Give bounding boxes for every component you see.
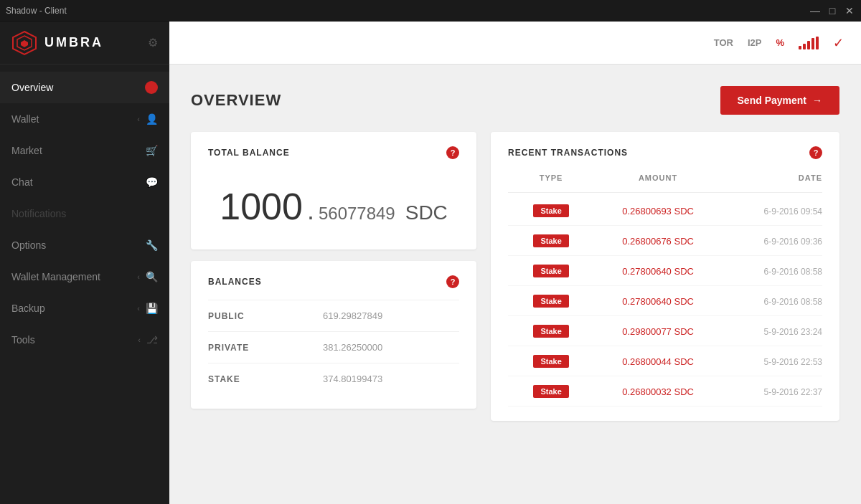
transactions-help-icon[interactable]: ?	[809, 146, 822, 159]
balances-help-icon[interactable]: ?	[446, 275, 459, 288]
transactions-card: RECENT TRANSACTIONS ? TYPE AMOUNT DATE	[491, 132, 839, 421]
transactions-card-header: RECENT TRANSACTIONS ?	[508, 146, 822, 159]
tx-amount-value: 0.26800032 SDC	[622, 386, 694, 397]
tor-indicator[interactable]: TOR	[714, 37, 733, 48]
public-value: 619.29827849	[323, 310, 382, 321]
table-row: Stake 0.26800676 SDC 6-9-2016 09:36	[508, 226, 822, 256]
tx-amount-cell: 0.29800077 SDC	[594, 325, 722, 338]
page-title: OVERVIEW	[191, 91, 281, 110]
tx-type-cell: Stake	[508, 354, 594, 368]
market-label: Market	[11, 145, 42, 156]
balance-card-header: TOTAL BALANCE ?	[208, 146, 459, 159]
balances-card-header: BALANCES ?	[208, 275, 459, 288]
tx-type-cell: Stake	[508, 264, 594, 277]
tx-type-cell: Stake	[508, 204, 594, 217]
balance-row-stake: STAKE 374.80199473	[208, 363, 459, 394]
date-col-label: DATE	[799, 173, 822, 182]
tx-amount-cell: 0.26800693 SDC	[594, 204, 722, 217]
cards-row: TOTAL BALANCE ? 1000 . 56077849 SDC	[191, 132, 839, 421]
balance-dot: .	[307, 196, 314, 226]
backup-label: Backup	[11, 303, 45, 314]
tx-amount-value: 0.27800640 SDC	[622, 266, 694, 277]
transactions-list: Stake 0.26800693 SDC 6-9-2016 09:54 Stak…	[508, 196, 822, 406]
total-balance-title: TOTAL BALANCE	[208, 148, 290, 158]
overview-badge	[145, 81, 158, 94]
maximize-button[interactable]: □	[827, 5, 838, 16]
private-label: PRIVATE	[208, 343, 323, 353]
tx-amount-value: 0.26800044 SDC	[622, 356, 694, 367]
tx-amount-value: 0.26800693 SDC	[622, 206, 694, 217]
settings-icon[interactable]: ⚙	[148, 36, 158, 49]
tx-type-badge: Stake	[533, 204, 568, 217]
balance-currency: SDC	[405, 201, 448, 224]
signal-bar-3	[807, 41, 810, 49]
i2p-indicator[interactable]: I2P	[748, 37, 762, 48]
tx-date-value: 6-9-2016 09:54	[764, 206, 822, 217]
table-row: Stake 0.27800640 SDC 6-9-2016 08:58	[508, 286, 822, 316]
tx-type-badge: Stake	[533, 234, 568, 247]
signal-bars	[799, 37, 819, 49]
main-content: TOR I2P % ✓ OVERVIEW Send Payment →	[169, 22, 861, 504]
sidebar-item-wallet-management[interactable]: Wallet Management ‹ 🔍	[0, 261, 169, 293]
table-row: Stake 0.26800693 SDC 6-9-2016 09:54	[508, 196, 822, 226]
percent-indicator[interactable]: %	[776, 37, 784, 48]
tx-type-badge: Stake	[533, 385, 568, 398]
signal-bar-2	[803, 44, 806, 49]
wallet-management-chevron: ‹	[137, 272, 140, 281]
sidebar-item-backup[interactable]: Backup ‹ 💾	[0, 293, 169, 324]
col-header-amount: AMOUNT	[594, 171, 722, 184]
tx-amount-value: 0.27800640 SDC	[622, 296, 694, 307]
svg-marker-2	[21, 40, 28, 47]
tx-type-badge: Stake	[533, 265, 568, 277]
window-title: Shadow - Client	[6, 6, 67, 16]
close-button[interactable]: ✕	[844, 5, 855, 16]
tx-amount-cell: 0.27800640 SDC	[594, 265, 722, 277]
signal-bar-1	[799, 46, 801, 49]
arrow-icon: →	[812, 95, 822, 106]
logo-icon	[11, 30, 37, 56]
sidebar-item-tools[interactable]: Tools ‹ ⎇	[0, 324, 169, 356]
tx-date-cell: 6-9-2016 08:58	[722, 295, 822, 308]
balances-title: BALANCES	[208, 277, 262, 287]
tx-date-cell: 6-9-2016 09:36	[722, 234, 822, 247]
stake-value: 374.80199473	[323, 374, 382, 384]
balance-help-icon[interactable]: ?	[446, 146, 459, 159]
minimize-button[interactable]: —	[809, 5, 821, 16]
balance-row-private: PRIVATE 381.26250000	[208, 331, 459, 363]
tx-type-cell: Stake	[508, 234, 594, 247]
tx-date-cell: 5-9-2016 22:53	[722, 355, 822, 368]
table-row: Stake 0.26800044 SDC 5-9-2016 22:53	[508, 346, 822, 376]
search-icon: 🔍	[146, 271, 158, 282]
transactions-title: RECENT TRANSACTIONS	[508, 148, 628, 158]
left-column: TOTAL BALANCE ? 1000 . 56077849 SDC	[191, 132, 476, 409]
balance-main: 1000	[220, 185, 303, 228]
balance-display: 1000 . 56077849 SDC	[208, 171, 459, 235]
chat-label: Chat	[11, 176, 33, 188]
send-payment-label: Send Payment	[738, 95, 806, 106]
sidebar-item-options[interactable]: Options 🔧	[0, 229, 169, 261]
balance-row-public: PUBLIC 619.29827849	[208, 300, 459, 331]
send-payment-button[interactable]: Send Payment →	[720, 86, 839, 115]
chat-icon: 💬	[146, 176, 158, 188]
sidebar-item-notifications: Notifications	[0, 198, 169, 229]
tx-amount-cell: 0.26800676 SDC	[594, 234, 722, 247]
tx-amount-cell: 0.26800044 SDC	[594, 355, 722, 368]
tx-type-cell: Stake	[508, 324, 594, 338]
balances-card: BALANCES ? PUBLIC 619.29827849 PRIVATE 3…	[191, 261, 476, 409]
tx-type-badge: Stake	[533, 295, 568, 308]
col-header-type: TYPE	[508, 171, 594, 184]
balance-decimal: 56077849	[319, 204, 395, 224]
balances-table: PUBLIC 619.29827849 PRIVATE 381.26250000…	[208, 300, 459, 394]
wallet-management-label: Wallet Management	[11, 271, 100, 282]
topbar: TOR I2P % ✓	[169, 22, 861, 65]
sidebar-item-wallet[interactable]: Wallet ‹ 👤	[0, 103, 169, 135]
wallet-chevron: ‹	[137, 115, 140, 123]
sidebar-item-market[interactable]: Market 🛒	[0, 135, 169, 166]
tx-amount-value: 0.26800676 SDC	[622, 236, 694, 247]
sidebar-item-chat[interactable]: Chat 💬	[0, 166, 169, 198]
titlebar: Shadow - Client — □ ✕	[0, 0, 861, 22]
public-label: PUBLIC	[208, 311, 323, 321]
tx-date-cell: 5-9-2016 23:24	[722, 325, 822, 338]
sidebar-item-overview[interactable]: Overview	[0, 72, 169, 103]
table-row: Stake 0.29800077 SDC 5-9-2016 23:24	[508, 316, 822, 346]
